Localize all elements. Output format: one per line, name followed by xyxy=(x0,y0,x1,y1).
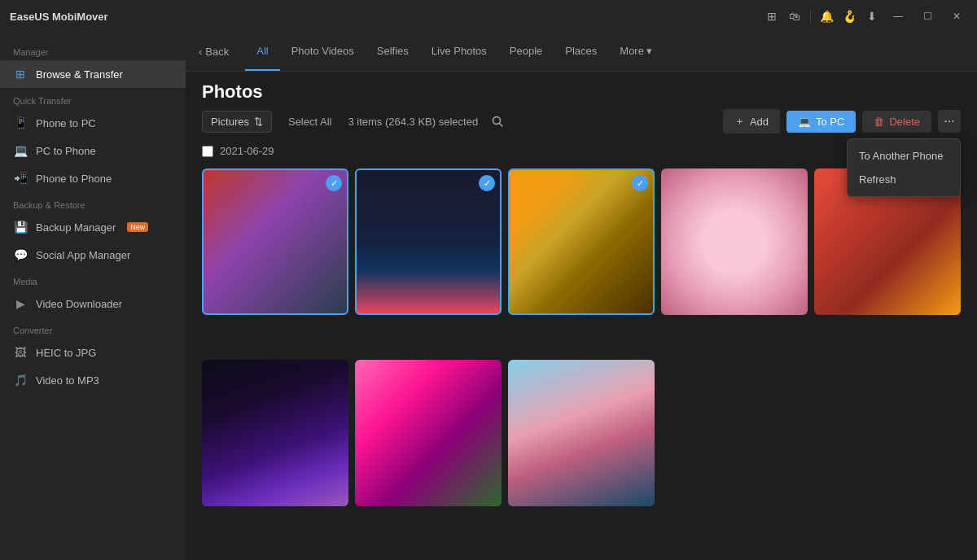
to-pc-icon: 💻 xyxy=(798,116,811,128)
pictures-dropdown[interactable]: Pictures ⇅ xyxy=(202,111,272,133)
more-options-button[interactable]: ··· xyxy=(938,110,961,133)
app-body: Manager ⊞ Browse & Transfer Quick Transf… xyxy=(0,33,977,560)
photo-item[interactable]: ✓ xyxy=(355,168,502,315)
tab-live-photos[interactable]: Live Photos xyxy=(420,33,498,71)
grid-icon[interactable]: ⊞ xyxy=(765,9,779,24)
svg-line-1 xyxy=(500,124,503,127)
maximize-button[interactable]: ☐ xyxy=(917,9,938,24)
video-downloader-label: Video Downloader xyxy=(36,298,122,310)
bag-icon[interactable]: 🛍 xyxy=(787,9,802,24)
backup-restore-label: Backup & Restore xyxy=(0,192,186,213)
date-checkbox[interactable] xyxy=(202,146,213,157)
toolbar: Pictures ⇅ Select All 3 items (264.3 KB)… xyxy=(186,103,977,140)
sidebar-item-pc-to-phone[interactable]: 💻 PC to Phone xyxy=(0,137,186,164)
photo-item[interactable] xyxy=(661,168,808,315)
dropdown-menu: To Another Phone Refresh xyxy=(847,138,961,197)
sidebar-item-phone-to-pc[interactable]: 📱 Phone to PC xyxy=(0,109,186,137)
divider xyxy=(810,10,811,23)
heic-icon: 🖼 xyxy=(13,345,28,360)
backup-icon: 💾 xyxy=(13,220,28,234)
app-title: EaseUS MobiMover xyxy=(10,11,108,23)
sidebar-item-browse-transfer[interactable]: ⊞ Browse & Transfer xyxy=(0,60,186,88)
photos-grid: ✓ ✓ ✓ xyxy=(186,162,977,560)
search-icon xyxy=(492,116,503,127)
toolbar-right: ＋ Add 💻 To PC 🗑 Delete ··· To Another Ph… xyxy=(723,109,961,133)
photo-item[interactable] xyxy=(202,360,348,506)
pc-to-phone-icon: 💻 xyxy=(13,143,28,158)
tab-places[interactable]: Places xyxy=(554,33,608,71)
browse-transfer-icon: ⊞ xyxy=(13,67,28,81)
chevron-down-icon: ▾ xyxy=(646,45,652,57)
photo-item[interactable]: ✓ xyxy=(202,168,348,315)
browse-transfer-label: Browse & Transfer xyxy=(36,68,123,81)
photo-item[interactable] xyxy=(508,360,655,506)
add-button[interactable]: ＋ Add xyxy=(723,109,780,133)
bell-icon[interactable]: 🔔 xyxy=(819,9,834,24)
titlebar: EaseUS MobiMover ⊞ 🛍 🔔 🪝 ⬇ — ☐ ✕ xyxy=(0,0,977,33)
tab-people[interactable]: People xyxy=(498,33,554,71)
social-icon: 💬 xyxy=(13,247,28,262)
pictures-dropdown-arrow: ⇅ xyxy=(254,116,263,128)
tab-more[interactable]: More ▾ xyxy=(608,33,664,71)
minimize-button[interactable]: — xyxy=(887,9,909,24)
content-area: ‹ Back All Photo Videos Selfies Live Pho… xyxy=(186,33,977,560)
toolbar-left: Pictures ⇅ Select All 3 items (264.3 KB)… xyxy=(202,111,507,133)
hanger-icon[interactable]: 🪝 xyxy=(842,9,857,24)
select-all-button[interactable]: Select All xyxy=(282,112,338,131)
phone-to-pc-label: Phone to PC xyxy=(36,117,96,129)
sidebar-item-video-downloader[interactable]: ▶ Video Downloader xyxy=(0,290,186,317)
back-chevron-icon: ‹ xyxy=(199,46,202,58)
photo-checkmark: ✓ xyxy=(326,175,342,191)
add-icon: ＋ xyxy=(734,114,745,129)
quick-transfer-label: Quick Transfer xyxy=(0,88,186,109)
to-pc-button[interactable]: 💻 To PC xyxy=(786,111,856,133)
topbar: ‹ Back All Photo Videos Selfies Live Pho… xyxy=(186,33,977,72)
new-badge: New xyxy=(127,222,148,232)
media-label: Media xyxy=(0,269,186,290)
delete-button[interactable]: 🗑 Delete xyxy=(862,111,931,133)
sidebar-item-backup-manager[interactable]: 💾 Backup Manager New xyxy=(0,213,186,241)
phone-to-pc-icon: 📱 xyxy=(13,116,28,130)
photo-checkmark: ✓ xyxy=(632,175,648,191)
titlebar-controls: ⊞ 🛍 🔔 🪝 ⬇ — ☐ ✕ xyxy=(765,9,967,24)
date-label: 2021-06-29 xyxy=(220,145,274,157)
date-label-row: 2021-06-29 xyxy=(202,145,274,157)
tabs-container: All Photo Videos Selfies Live Photos Peo… xyxy=(245,33,664,71)
delete-icon: 🗑 xyxy=(874,116,884,128)
video-icon: ▶ xyxy=(13,296,28,311)
mp3-icon: 🎵 xyxy=(13,373,28,387)
backup-manager-label: Backup Manager xyxy=(36,221,116,234)
tab-photo-videos[interactable]: Photo Videos xyxy=(280,33,366,71)
photo-item[interactable] xyxy=(355,360,502,506)
back-label: Back xyxy=(205,46,229,58)
dropdown-to-another-phone[interactable]: To Another Phone xyxy=(848,144,960,168)
social-app-label: Social App Manager xyxy=(36,249,130,261)
photo-checkmark: ✓ xyxy=(479,175,495,191)
photos-title: Photos xyxy=(186,72,977,103)
converter-label: Converter xyxy=(0,317,186,339)
sidebar-item-phone-to-phone[interactable]: 📲 Phone to Phone xyxy=(0,164,186,192)
dropdown-refresh[interactable]: Refresh xyxy=(848,168,960,191)
sidebar-item-social-app-manager[interactable]: 💬 Social App Manager xyxy=(0,241,186,269)
back-button[interactable]: ‹ Back xyxy=(199,46,229,58)
download-icon[interactable]: ⬇ xyxy=(865,9,879,24)
phone-to-phone-label: Phone to Phone xyxy=(36,173,112,185)
sidebar-item-heic-to-jpg[interactable]: 🖼 HEIC to JPG xyxy=(0,339,186,366)
heic-to-jpg-label: HEIC to JPG xyxy=(36,347,96,359)
manager-section-label: Manager xyxy=(0,39,186,60)
phone-to-phone-icon: 📲 xyxy=(13,171,28,186)
tab-selfies[interactable]: Selfies xyxy=(366,33,420,71)
close-button[interactable]: ✕ xyxy=(946,9,967,24)
pc-to-phone-label: PC to Phone xyxy=(36,145,96,157)
sidebar: Manager ⊞ Browse & Transfer Quick Transf… xyxy=(0,33,186,560)
photo-item[interactable]: ✓ xyxy=(508,168,655,315)
sidebar-item-video-to-mp3[interactable]: 🎵 Video to MP3 xyxy=(0,366,186,394)
pictures-dropdown-label: Pictures xyxy=(211,116,249,128)
tab-all[interactable]: All xyxy=(245,33,279,71)
selection-info: 3 items (264.3 KB) selected xyxy=(348,116,478,128)
search-button[interactable] xyxy=(488,112,507,131)
video-to-mp3-label: Video to MP3 xyxy=(36,374,99,387)
